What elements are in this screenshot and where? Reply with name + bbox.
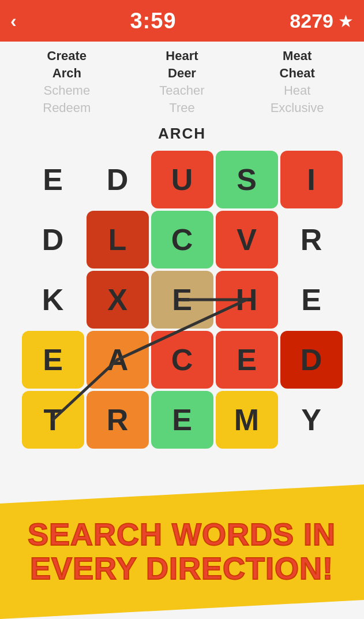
grid-cell[interactable]: C bbox=[151, 211, 213, 269]
grid-cell[interactable]: X bbox=[87, 271, 149, 329]
grid-row: DLCVR bbox=[9, 211, 355, 269]
grid-cell[interactable]: E bbox=[22, 331, 84, 389]
grid-cell[interactable]: E bbox=[151, 271, 213, 329]
grid-cell[interactable]: M bbox=[216, 391, 278, 449]
timer-display: 3:59 bbox=[130, 9, 176, 33]
word-row: CreateHeartMeat bbox=[0, 47, 364, 65]
grid-container: EDUSIDLCVRKXEHEEACEDTREMY bbox=[0, 146, 364, 449]
word-row: RedeemTreeExclusive bbox=[0, 99, 364, 117]
grid-cell[interactable]: R bbox=[87, 391, 149, 449]
grid-cell[interactable]: D bbox=[280, 331, 343, 389]
grid-cell[interactable]: V bbox=[216, 211, 278, 269]
word-item: Scheme bbox=[15, 83, 119, 98]
grid-cell[interactable]: S bbox=[216, 151, 278, 208]
grid-row: EDUSI bbox=[9, 151, 355, 208]
back-button[interactable]: ‹ bbox=[10, 10, 17, 32]
grid-cell[interactable]: U bbox=[151, 151, 213, 208]
header: ‹ 3:59 8279 ★ bbox=[0, 0, 364, 42]
word-item: Deer bbox=[130, 66, 234, 81]
grid-row: KXEHE bbox=[9, 271, 355, 329]
grid-cell[interactable]: E bbox=[216, 331, 278, 389]
word-item: Create bbox=[15, 49, 119, 64]
word-item: Redeem bbox=[15, 100, 119, 115]
grid-cell[interactable]: K bbox=[22, 271, 84, 329]
grid-cell[interactable]: E bbox=[151, 391, 213, 449]
grid-cell[interactable]: E bbox=[280, 271, 343, 329]
star-icon: ★ bbox=[338, 11, 354, 31]
grid-cell[interactable]: C bbox=[151, 331, 213, 389]
word-item: Meat bbox=[245, 49, 349, 64]
word-item: Heart bbox=[130, 49, 234, 64]
word-item: Teacher bbox=[130, 83, 234, 98]
grid-cell[interactable]: E bbox=[22, 151, 84, 208]
grid-cell[interactable]: D bbox=[22, 211, 84, 269]
word-item: Cheat bbox=[245, 66, 349, 81]
bottom-banner: SEARCH WORDS INEVERY DIRECTION! bbox=[0, 484, 364, 619]
grid-cell[interactable]: Y bbox=[280, 391, 343, 449]
banner-text: SEARCH WORDS INEVERY DIRECTION! bbox=[28, 517, 336, 586]
grid-cell[interactable]: H bbox=[216, 271, 278, 329]
grid-cell[interactable]: D bbox=[87, 151, 149, 208]
word-item: Tree bbox=[130, 100, 234, 115]
grid-cell[interactable]: I bbox=[280, 151, 343, 208]
word-row: SchemeTeacherHeat bbox=[0, 82, 364, 99]
grid-row: TREMY bbox=[9, 391, 355, 449]
word-list: CreateHeartMeatArchDeerCheatSchemeTeache… bbox=[0, 42, 364, 119]
score-area: 8279 ★ bbox=[290, 10, 354, 32]
word-item: Heat bbox=[245, 83, 349, 98]
score-display: 8279 bbox=[290, 10, 333, 32]
grid-row: EACED bbox=[9, 331, 355, 389]
grid-cell[interactable]: A bbox=[87, 331, 149, 389]
word-item: Arch bbox=[15, 66, 119, 81]
current-word: ARCH bbox=[0, 119, 364, 146]
grid-cell[interactable]: L bbox=[87, 211, 149, 269]
word-item: Exclusive bbox=[245, 100, 349, 115]
word-row: ArchDeerCheat bbox=[0, 65, 364, 82]
grid-cell[interactable]: R bbox=[280, 211, 343, 269]
grid-cell[interactable]: T bbox=[22, 391, 84, 449]
